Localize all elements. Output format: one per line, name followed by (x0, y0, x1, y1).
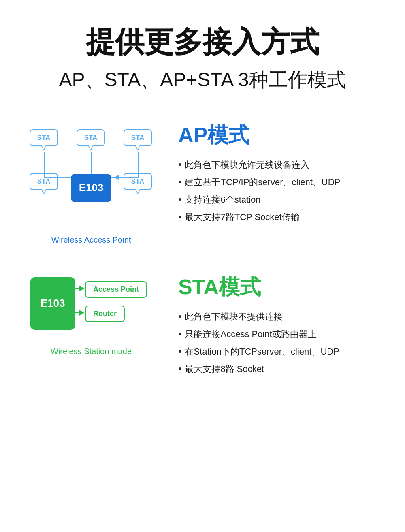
ap-section-row: STA STA STA STA STA (20, 117, 385, 245)
ap-content-area: AP模式 此角色下模块允许无线设备连入 建立基于TCP/IP的server、cl… (178, 117, 385, 228)
vline-right (138, 152, 139, 178)
e103-center: E103 (71, 174, 111, 202)
sta-content-area: STA模式 此角色下模块不提供连接 只能连接Access Point或路由器上 … (178, 269, 385, 380)
ap-mode-title: AP模式 (178, 121, 385, 150)
sta-node-top-mid: STA (77, 129, 105, 146)
sta-node-top-left: STA (30, 129, 58, 146)
ap-feature-1: 此角色下模块允许无线设备连入 (178, 158, 385, 172)
sta-feature-3: 在Station下的TCPserver、client、UDP (178, 344, 385, 359)
e103-sta: E103 (30, 277, 75, 330)
access-point-box: Access Point (85, 281, 147, 298)
sta-diagram-label: Wireless Station mode (51, 347, 132, 356)
sta-node-top-right: STA (124, 129, 152, 146)
router-box: Router (85, 306, 125, 322)
ap-feature-3: 支持连接6个station (178, 192, 385, 207)
sta-feature-2: 只能连接Access Point或路由器上 (178, 327, 385, 341)
ap-diagram-label: Wireless Access Point (51, 235, 131, 245)
ap-feature-2: 建立基于TCP/IP的server、client、UDP (178, 175, 385, 189)
arrow-left-to-e103 (114, 175, 119, 180)
ap-feature-4: 最大支持7路TCP Socket传输 (178, 210, 385, 224)
header-section: 提供更多接入方式 AP、STA、AP+STA 3种工作模式 (20, 24, 385, 93)
sta-arrow-bottom (75, 312, 84, 313)
sta-feature-list: 此角色下模块不提供连接 只能连接Access Point或路由器上 在Stati… (178, 310, 385, 376)
ap-diagram: STA STA STA STA STA (22, 117, 160, 231)
sta-diagram-area: E103 Access Point Router Wireless Statio… (20, 269, 162, 356)
sta-section-row: E103 Access Point Router Wireless Statio… (20, 269, 385, 380)
sta-feature-1: 此角色下模块不提供连接 (178, 310, 385, 324)
sta-diagram: E103 Access Point Router (22, 269, 160, 342)
sub-title: AP、STA、AP+STA 3种工作模式 (20, 67, 385, 92)
vline-mid (91, 152, 92, 174)
ap-diagram-area: STA STA STA STA STA (20, 117, 162, 245)
sta-mode-title: STA模式 (178, 273, 385, 301)
page-container: 提供更多接入方式 AP、STA、AP+STA 3种工作模式 STA STA ST… (0, 0, 405, 436)
sta-arrow-top (75, 288, 84, 289)
sta-feature-4: 最大支持8路 Socket (178, 362, 385, 376)
vline-left (44, 152, 45, 178)
main-title: 提供更多接入方式 (20, 24, 385, 59)
ap-feature-list: 此角色下模块允许无线设备连入 建立基于TCP/IP的server、client、… (178, 158, 385, 224)
